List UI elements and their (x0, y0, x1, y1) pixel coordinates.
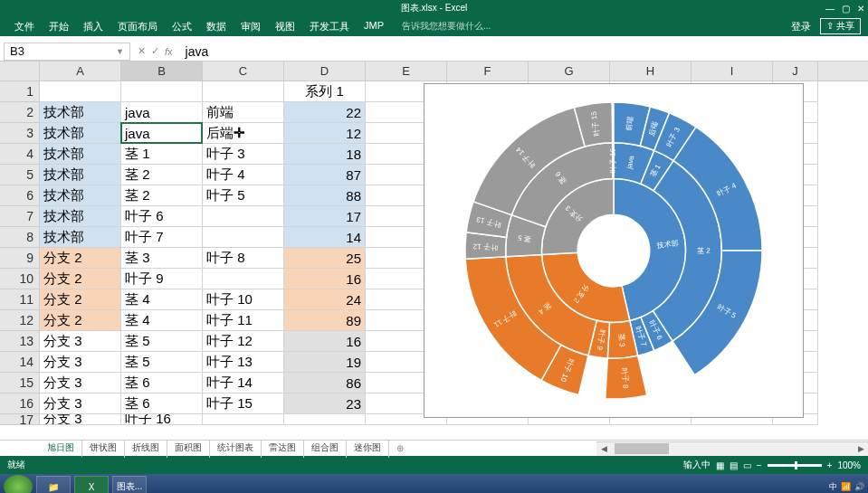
taskbar-explorer[interactable]: 📁 (36, 476, 71, 493)
cell[interactable]: 88 (284, 185, 366, 206)
row-header[interactable]: 17 (0, 414, 39, 425)
row-header[interactable]: 14 (0, 352, 39, 373)
cell[interactable]: 茎 4 (121, 289, 203, 310)
close-icon[interactable]: ✕ (857, 4, 864, 14)
sheet-tab[interactable]: 饼状图 (82, 440, 125, 458)
row-header[interactable]: 12 (0, 310, 39, 331)
cell[interactable]: 叶子 13 (203, 352, 284, 373)
column-header[interactable]: G (529, 62, 610, 81)
formula-bar[interactable]: java (180, 44, 868, 59)
column-header[interactable]: D (284, 62, 366, 81)
cell[interactable]: 茎 5 (121, 352, 203, 373)
cell[interactable]: 叶子 16 (121, 414, 203, 425)
row-header[interactable]: 9 (0, 248, 39, 269)
row-header[interactable]: 2 (0, 102, 39, 123)
cell[interactable]: 19 (284, 352, 366, 373)
cell[interactable]: 86 (284, 373, 366, 393)
ribbon-tab[interactable]: 文件 (7, 20, 42, 33)
row-header[interactable]: 1 (0, 81, 39, 102)
ribbon-tab[interactable]: 数据 (199, 20, 234, 33)
cell[interactable]: 12 (284, 123, 366, 144)
cell[interactable]: 89 (284, 310, 366, 331)
row-header[interactable]: 13 (0, 331, 39, 352)
select-all-corner[interactable] (0, 62, 40, 81)
row-header[interactable]: 10 (0, 269, 39, 289)
tray-network-icon[interactable]: 📶 (841, 482, 851, 491)
sheet-tab[interactable]: 雷达图 (262, 440, 304, 458)
cell[interactable]: 叶子 14 (203, 373, 284, 393)
row-header[interactable]: 7 (0, 206, 39, 227)
enter-icon[interactable]: ✓ (151, 45, 159, 57)
row-header[interactable]: 15 (0, 373, 39, 393)
cell[interactable] (203, 227, 284, 248)
cell[interactable]: 技术部 (40, 227, 121, 248)
cell[interactable]: 茎 2 (121, 185, 203, 206)
cell[interactable]: 分支 2 (40, 269, 121, 289)
view-page-icon[interactable]: ▤ (730, 460, 738, 470)
cell[interactable]: 分支 3 (40, 373, 121, 393)
sheet-tab[interactable]: 组合图 (304, 440, 347, 458)
cell[interactable]: 叶子 4 (203, 165, 284, 185)
sunburst-chart[interactable]: 技术部java前端后端茎 1叶子 3茎 2叶子 4叶子 5叶子 6叶子 7分支 … (424, 83, 804, 418)
zoom-out-icon[interactable]: − (757, 460, 762, 470)
add-sheet-button[interactable]: ⊕ (389, 441, 411, 455)
cell[interactable]: 18 (284, 144, 366, 165)
cell[interactable]: 23 (284, 393, 366, 414)
cell[interactable]: 技术部 (40, 144, 121, 165)
cell[interactable]: 叶子 12 (203, 331, 284, 352)
tray-ime-icon[interactable]: 中 (829, 481, 837, 493)
cell[interactable]: 分支 3 (40, 352, 121, 373)
cell[interactable]: 25 (284, 248, 366, 269)
cell[interactable]: 87 (284, 165, 366, 185)
column-header[interactable]: H (610, 62, 692, 81)
cell[interactable]: 茎 2 (121, 165, 203, 185)
cell[interactable]: 叶子 5 (203, 185, 284, 206)
cell[interactable]: 叶子 7 (121, 227, 203, 248)
row-header[interactable]: 6 (0, 185, 39, 206)
cell[interactable]: 技术部 (40, 185, 121, 206)
cell[interactable]: 叶子 8 (203, 248, 284, 269)
fx-icon[interactable]: fx (165, 46, 173, 57)
cell[interactable]: java (121, 102, 203, 123)
cell[interactable]: 后端 ✛ (203, 123, 284, 144)
row-header[interactable]: 11 (0, 289, 39, 310)
cell[interactable]: 22 (284, 102, 366, 123)
row-header[interactable]: 4 (0, 144, 39, 165)
cell[interactable] (203, 81, 284, 102)
cell[interactable]: 叶子 3 (203, 144, 284, 165)
cell[interactable]: 茎 6 (121, 393, 203, 414)
column-header[interactable]: B (121, 62, 203, 81)
cell[interactable]: 16 (284, 269, 366, 289)
sheet-tab[interactable]: 旭日图 (40, 440, 82, 458)
cell[interactable] (203, 269, 284, 289)
cell[interactable]: 叶子 9 (121, 269, 203, 289)
cell[interactable]: 系列 1 (284, 81, 366, 102)
cell[interactable]: 叶子 11 (203, 310, 284, 331)
sheet-tab[interactable]: 统计图表 (210, 440, 262, 458)
horizontal-scrollbar[interactable]: ◀ ▶ (596, 441, 868, 456)
maximize-icon[interactable]: ▢ (842, 4, 850, 14)
column-header[interactable]: E (366, 62, 447, 81)
cell[interactable]: 叶子 15 (203, 393, 284, 414)
row-header[interactable]: 3 (0, 123, 39, 144)
ribbon-tab[interactable]: JMP (357, 20, 391, 31)
zoom-slider[interactable] (768, 464, 822, 467)
ribbon-tab[interactable]: 开始 (42, 20, 76, 33)
cell[interactable]: 茎 4 (121, 310, 203, 331)
ribbon-tab[interactable]: 插入 (76, 20, 110, 33)
ribbon-tab[interactable]: 开发工具 (302, 20, 357, 33)
scroll-left-icon[interactable]: ◀ (596, 442, 611, 455)
sheet-tab[interactable]: 折线图 (125, 440, 167, 458)
start-button[interactable] (4, 475, 33, 493)
cell[interactable]: 分支 2 (40, 289, 121, 310)
cell[interactable]: 茎 1 (121, 144, 203, 165)
cancel-icon[interactable]: ✕ (138, 45, 146, 57)
ribbon-tab[interactable]: 页面布局 (110, 20, 165, 33)
cell[interactable]: 分支 3 (40, 331, 121, 352)
cell[interactable]: 技术部 (40, 165, 121, 185)
ribbon-tab[interactable]: 公式 (165, 20, 199, 33)
cell[interactable]: 茎 6 (121, 373, 203, 393)
login-button[interactable]: 登录 (791, 20, 811, 33)
column-header[interactable]: I (692, 62, 773, 81)
spreadsheet-grid[interactable]: 1234567891011121314151617 ABCDEFGHIJ 系列 … (0, 62, 868, 440)
